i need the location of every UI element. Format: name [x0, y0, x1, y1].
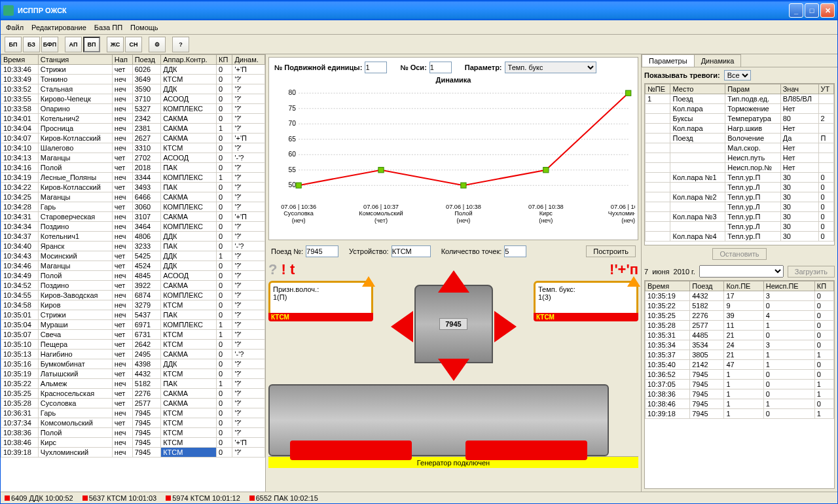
- bogie-2[interactable]: [465, 441, 587, 460]
- table-row[interactable]: Мал.скор.Нет: [646, 143, 834, 153]
- stop-button[interactable]: Остановить: [712, 248, 766, 260]
- table-row[interactable]: 10:35:19Латышскийчет4432КТСМ0'?': [1, 369, 265, 379]
- table-row[interactable]: 10:35:25Красносельскаячет2276САКМА0'?': [1, 389, 265, 399]
- table-row[interactable]: 10:35:4021424710: [646, 360, 834, 370]
- events-table[interactable]: ВремяСтанцияНапПоездАппар.Контр.КПДинам.…: [1, 54, 265, 492]
- table-row[interactable]: 10:33:46Стрижичет6026ДДК0'+'П: [1, 65, 265, 75]
- table-row[interactable]: 10:34:52Поздиночет3922САКМА0'?': [1, 281, 265, 291]
- tab-params[interactable]: Параметры: [642, 54, 695, 67]
- table-row[interactable]: 10:34:25Маганцынеч6466САКМА0'?': [1, 192, 265, 202]
- table-row[interactable]: 10:35:16Бумкомбинатнеч4398ДДК0'?': [1, 359, 265, 369]
- table-row[interactable]: Неисп.пор.№Нет: [646, 163, 834, 173]
- table-row[interactable]: Кол.пара №3Тепл.ур.П300: [646, 212, 834, 222]
- date-picker[interactable]: [699, 265, 784, 278]
- table-row[interactable]: Тепл.ур.Л300: [646, 222, 834, 232]
- table-row[interactable]: 10:34:28Гарьчет3060КОМПЛЕКС0'?': [1, 202, 265, 212]
- table-row[interactable]: БуксыТемпература802: [646, 114, 834, 124]
- table-row[interactable]: 10:34:31Староверческаянеч3107САКМА0'+'П: [1, 212, 265, 222]
- summary-table[interactable]: ВремяПоездКол.ПЕНеисп.ПЕКП10:35:19443217…: [644, 280, 835, 489]
- table-row[interactable]: 10:34:55Киров-Заводскаянеч6874КОМПЛЕКС0'…: [1, 291, 265, 300]
- table-row[interactable]: 1ПоездТип.подв.ед.ВЛ85/ВЛ: [646, 94, 834, 104]
- tool-bp[interactable]: БП: [5, 37, 22, 52]
- table-row[interactable]: 10:34:40Яранскнеч3233ПАК0'-'?: [1, 242, 265, 251]
- params-table[interactable]: №ПЕМестоПарамЗначУТ1ПоездТип.подв.ед.ВЛ8…: [644, 83, 835, 245]
- table-row[interactable]: 10:36:527945100: [646, 370, 834, 380]
- table-row[interactable]: 10:38:46Кирснеч7945КТСМ0'+'П: [1, 438, 265, 448]
- table-row[interactable]: 10:34:07Киров-Котласскийнеч2627САКМА0'+'…: [1, 134, 265, 143]
- device-input[interactable]: [392, 245, 431, 257]
- table-row[interactable]: 10:35:04Мурашичет6971КОМПЛЕКС1'?': [1, 320, 265, 330]
- table-row[interactable]: 10:34:13Маганцычет2702АСООД0'-'?: [1, 153, 265, 163]
- menu-file[interactable]: Файл: [6, 24, 24, 31]
- table-row[interactable]: 10:35:22Альмежнеч5182ПАК1'?': [1, 379, 265, 389]
- table-row[interactable]: 10:35:28Суcоловкачет2577САКМА0'?': [1, 399, 265, 408]
- table-row[interactable]: Кол.пара №4Тепл.ур.П300: [646, 232, 834, 242]
- tool-vp[interactable]: ВП: [83, 37, 100, 52]
- load-button[interactable]: Загрузить: [788, 266, 835, 278]
- axis-input[interactable]: [429, 62, 452, 73]
- table-row[interactable]: 10:38:367945101: [646, 389, 834, 399]
- table-row[interactable]: 10:39:187945101: [646, 409, 834, 419]
- tool-help[interactable]: ?: [172, 37, 189, 52]
- table-row[interactable]: 10:35:3144852100: [646, 331, 834, 340]
- table-row[interactable]: Кол.пара №2Тепл.ур.П300: [646, 192, 834, 202]
- table-row[interactable]: 10:38:36Полойнеч7945КТСМ0'?': [1, 428, 265, 438]
- table-row[interactable]: Кол.пара №1Тепл.ур.П300: [646, 173, 834, 183]
- train-input[interactable]: [306, 245, 338, 257]
- table-row[interactable]: 10:35:225182900: [646, 301, 834, 311]
- table-row[interactable]: 10:35:3738052111: [646, 350, 834, 360]
- table-row[interactable]: 10:34:49Полойнеч4845АСООД0'?': [1, 271, 265, 281]
- tool-ap[interactable]: АП: [65, 37, 82, 52]
- table-row[interactable]: 10:34:43Мосинскийчет5425ДДК1'?': [1, 251, 265, 261]
- menu-edit[interactable]: Редактирование: [31, 24, 86, 31]
- table-row[interactable]: 10:33:55Кирово-Чепецкнеч3710АСООД0'?': [1, 94, 265, 104]
- table-row[interactable]: 10:33:52Стальнаянеч3590ДДК0'?': [1, 84, 265, 94]
- table-row[interactable]: Кол.параТорможениеНет: [646, 104, 834, 114]
- table-row[interactable]: 10:33:58Опаринонеч5327КОМПЛЕКС0'?': [1, 104, 265, 114]
- table-row[interactable]: 10:34:34Поздинонеч3464КОМПЛЕКС0'?': [1, 222, 265, 232]
- table-row[interactable]: Кол.параНагр.шкивНет: [646, 124, 834, 134]
- maximize-button[interactable]: □: [805, 3, 819, 18]
- table-row[interactable]: 10:35:07Свечачет6731КТСМ1'?': [1, 330, 265, 340]
- tool-zhs[interactable]: ЖС: [107, 37, 124, 52]
- close-button[interactable]: ✕: [820, 3, 835, 18]
- table-row[interactable]: 10:35:2825771110: [646, 321, 834, 331]
- table-row[interactable]: 10:35:1944321730: [646, 291, 834, 301]
- bogie-1[interactable]: [290, 441, 412, 460]
- table-row[interactable]: 10:34:10Шалеговонеч3310КТСМ0'?': [1, 143, 265, 153]
- table-row[interactable]: 10:35:2522763940: [646, 311, 834, 321]
- tool-settings[interactable]: ⚙: [149, 37, 166, 52]
- table-row[interactable]: 10:35:10Пещерачет2642КТСМ0'?': [1, 340, 265, 350]
- table-row[interactable]: 10:34:58Кировнеч3279КТСМ0'?': [1, 300, 265, 310]
- tool-sn[interactable]: СН: [125, 37, 142, 52]
- table-row[interactable]: 10:38:467945110: [646, 399, 834, 409]
- build-button[interactable]: Построить: [586, 245, 636, 257]
- table-row[interactable]: 10:34:46Маганцычет4524ДДК0'?': [1, 261, 265, 271]
- menu-help[interactable]: Помощь: [130, 24, 158, 31]
- table-row[interactable]: 10:35:13Нагибиночет2495САКМА0'-'?: [1, 350, 265, 359]
- table-row[interactable]: 10:34:16Полойчет2018ПАК0'?': [1, 163, 265, 173]
- table-row[interactable]: Неисп.путьНет: [646, 153, 834, 163]
- points-input[interactable]: [504, 245, 526, 257]
- tool-bz[interactable]: БЗ: [23, 37, 40, 52]
- menu-db[interactable]: База ПП: [94, 24, 122, 31]
- table-row[interactable]: 10:35:3435342430: [646, 340, 834, 350]
- table-row[interactable]: 10:37:057945101: [646, 380, 834, 389]
- nav-up[interactable]: [438, 270, 469, 293]
- table-row[interactable]: 10:39:18Чухломинскийнеч7945КТСМ0'?': [1, 448, 265, 458]
- nav-left[interactable]: [391, 311, 413, 342]
- tab-dynamics[interactable]: Динамика: [694, 54, 742, 67]
- unit-input[interactable]: [365, 62, 387, 73]
- table-row[interactable]: 10:33:49Тонкинонеч3649КТСМ0'?': [1, 75, 265, 84]
- table-row[interactable]: 10:34:22Киров-Котласскийчет3493ПАК0'?': [1, 183, 265, 192]
- table-row[interactable]: 10:36:31Гарьнеч7945КТСМ0'?': [1, 408, 265, 418]
- tool-bfp[interactable]: БФП: [41, 37, 58, 52]
- table-row[interactable]: 10:37:34Комсомольскийчет7945КТСМ0'?': [1, 418, 265, 428]
- table-row[interactable]: 10:34:19Лесные_Полянынеч3344КОМПЛЕКС1'?': [1, 173, 265, 183]
- table-row[interactable]: 10:34:04Просницанеч2381САКМА1'?': [1, 124, 265, 134]
- minimize-button[interactable]: _: [789, 3, 803, 18]
- table-row[interactable]: Тепл.ур.Л300: [646, 183, 834, 192]
- table-row[interactable]: 10:34:37Котельнич1неч4806ДДК0'?': [1, 232, 265, 242]
- table-row[interactable]: 10:35:01Стрижинеч5437ПАК0'?': [1, 310, 265, 320]
- table-row[interactable]: Тепл.ур.Л300: [646, 202, 834, 212]
